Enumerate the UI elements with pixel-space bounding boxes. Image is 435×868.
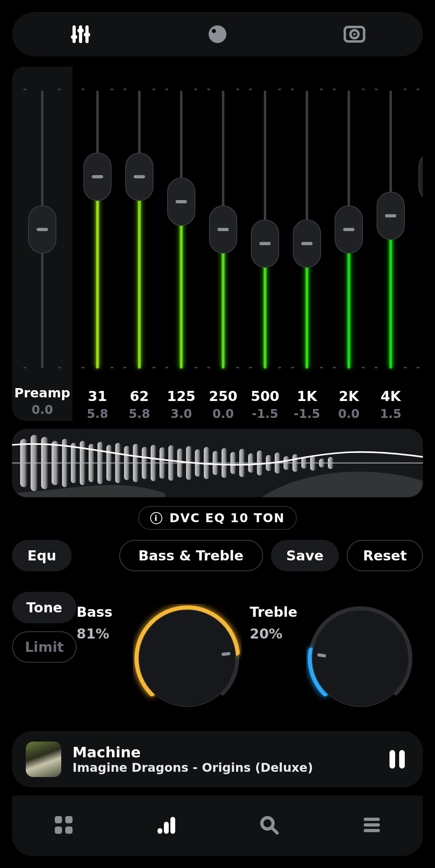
bass-label: Bass (77, 604, 133, 620)
bars-icon (155, 814, 178, 836)
nav-menu[interactable] (360, 814, 383, 838)
side-button-column: Tone Limit (12, 592, 77, 663)
svg-rect-48 (65, 816, 72, 823)
band-value: -1.5 (286, 407, 328, 421)
eq-band-8K[interactable]: 8K 5.8 (412, 66, 423, 421)
bass-knob-block: Bass 81% (77, 604, 242, 713)
treble-percent: 20% (250, 626, 306, 642)
eq-band-31[interactable]: 31 5.8 (77, 66, 118, 421)
preamp-label: Preamp (12, 385, 72, 401)
save-button[interactable]: Save (271, 540, 339, 571)
svg-point-6 (209, 25, 226, 43)
eq-band-500[interactable]: 500 -1.5 (244, 66, 286, 421)
tab-effects[interactable] (177, 12, 258, 56)
album-art (26, 742, 61, 777)
nav-equalizer[interactable] (155, 814, 178, 838)
svg-rect-49 (55, 827, 62, 834)
svg-rect-56 (364, 818, 380, 821)
action-row: Equ Bass & Treble Save Reset (12, 539, 423, 572)
slider-thumb[interactable] (209, 205, 237, 254)
pause-button[interactable] (385, 747, 409, 771)
menu-icon (360, 814, 383, 836)
eq-band-4K[interactable]: 4K 1.5 (370, 66, 412, 421)
bass-treble-button[interactable]: Bass & Treble (119, 540, 263, 571)
eq-band-250[interactable]: 250 0.0 (202, 66, 244, 421)
treble-knob-block: Treble 20% (250, 604, 415, 713)
knob-row: Bass 81% Treble 20% (77, 604, 423, 713)
eq-bands: 31 5.8 62 5.8 125 3.0 250 0.0 (77, 66, 423, 421)
eq-band-1K[interactable]: 1K -1.5 (286, 66, 328, 421)
bottom-nav (12, 796, 423, 856)
svg-rect-50 (65, 827, 72, 834)
band-freq: 125 (160, 388, 202, 404)
bass-percent: 81% (77, 626, 133, 642)
track-subtitle: Imagine Dragons - Origins (Deluxe) (72, 761, 374, 775)
band-value: 0.0 (328, 407, 370, 421)
svg-rect-57 (364, 823, 380, 827)
band-value: 3.0 (160, 407, 202, 421)
equ-button[interactable]: Equ (12, 540, 72, 571)
band-freq: 500 (244, 388, 286, 404)
eq-band-125[interactable]: 125 3.0 (160, 66, 202, 421)
band-value: 0.0 (202, 407, 244, 421)
track-meta: Machine Imagine Dragons - Origins (Delux… (72, 744, 374, 775)
svg-rect-51 (157, 828, 162, 834)
slider-thumb[interactable] (28, 205, 56, 254)
search-icon (258, 814, 280, 836)
slider-thumb[interactable] (167, 178, 195, 226)
nav-library[interactable] (52, 814, 75, 838)
reset-button[interactable]: Reset (347, 540, 423, 571)
now-playing-bar[interactable]: Machine Imagine Dragons - Origins (Delux… (12, 731, 423, 787)
band-freq: 62 (118, 388, 160, 404)
svg-point-7 (212, 29, 216, 33)
slider-thumb[interactable] (251, 219, 279, 268)
response-curve[interactable] (12, 429, 423, 497)
svg-rect-3 (71, 35, 77, 39)
tab-equalizer[interactable] (40, 12, 121, 56)
pause-icon (389, 750, 395, 769)
preset-badge[interactable]: i DVC EQ 10 TON (138, 506, 297, 530)
tab-surround[interactable] (314, 12, 395, 56)
slider-thumb[interactable] (418, 153, 423, 201)
limit-button[interactable]: Limit (12, 631, 77, 663)
preset-name: DVC EQ 10 TON (170, 511, 285, 525)
eq-band-2K[interactable]: 2K 0.0 (328, 66, 370, 421)
svg-rect-58 (364, 829, 380, 832)
svg-rect-1 (79, 25, 82, 43)
bass-knob[interactable] (133, 604, 242, 713)
band-freq: 1K (286, 388, 328, 404)
treble-knob[interactable] (306, 604, 415, 713)
band-value: 5.8 (412, 407, 423, 421)
slider-thumb[interactable] (125, 153, 153, 201)
track-title: Machine (72, 744, 374, 761)
nav-search[interactable] (258, 814, 280, 838)
surround-icon (342, 21, 367, 47)
knob-dot-icon (205, 21, 230, 47)
band-value: 1.5 (370, 407, 412, 421)
eq-bands-scroll[interactable]: 31 5.8 62 5.8 125 3.0 250 0.0 (72, 66, 423, 421)
slider-thumb[interactable] (293, 219, 321, 268)
top-tab-bar (12, 12, 423, 56)
svg-point-10 (353, 33, 356, 35)
svg-rect-53 (170, 817, 175, 834)
preamp-slider[interactable]: Preamp 0.0 (12, 66, 72, 421)
slider-thumb[interactable] (335, 205, 363, 254)
band-freq: 4K (370, 388, 412, 404)
band-freq: 2K (328, 388, 370, 404)
equalizer-screen: Preamp 0.0 31 5.8 62 5.8 125 3.0 (0, 0, 435, 868)
curve-svg (12, 429, 423, 497)
grid-icon (52, 814, 75, 836)
band-freq: 8K (412, 388, 423, 404)
band-freq: 31 (77, 388, 118, 404)
slider-thumb[interactable] (377, 192, 405, 240)
band-freq: 250 (202, 388, 244, 404)
svg-rect-5 (84, 33, 90, 37)
svg-line-55 (271, 827, 277, 833)
preamp-value: 0.0 (12, 403, 72, 417)
slider-thumb[interactable] (83, 153, 112, 201)
eq-band-62[interactable]: 62 5.8 (118, 66, 160, 421)
info-icon: i (150, 512, 162, 524)
svg-rect-4 (77, 29, 84, 33)
band-value: 5.8 (77, 407, 118, 421)
tone-button[interactable]: Tone (12, 592, 77, 623)
